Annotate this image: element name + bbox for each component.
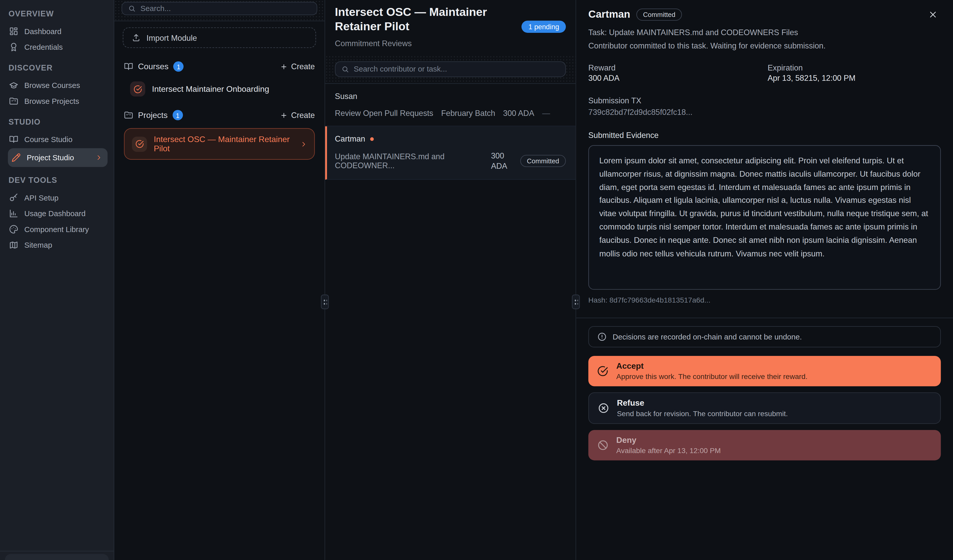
sidebar-item-label: Course Studio bbox=[24, 135, 73, 144]
detail-header: Cartman Committed bbox=[588, 8, 941, 20]
create-course-label: Create bbox=[291, 62, 315, 71]
course-list-item[interactable]: Intersect Maintainer Onboarding bbox=[130, 81, 315, 96]
reward-amount: 300 ADA bbox=[503, 109, 534, 118]
column-resize-handle[interactable] bbox=[321, 295, 329, 309]
review-row-susan[interactable]: Susan Review Open Pull Requests February… bbox=[325, 84, 576, 127]
sidebar-item-label: Project Studio bbox=[27, 153, 74, 162]
search-icon bbox=[341, 66, 349, 73]
course-item-title: Intersect Maintainer Onboarding bbox=[152, 84, 269, 94]
import-module-button[interactable]: Import Module bbox=[123, 28, 316, 48]
warning-text: Decisions are recorded on-chain and cann… bbox=[613, 333, 802, 341]
sidebar: OVERVIEW Dashboard Credentials DISCOVER … bbox=[0, 0, 114, 560]
reward-value: 300 ADA bbox=[588, 74, 762, 83]
submission-tx-value: 739c82bd7f2d9dc85f02fc18... bbox=[588, 107, 941, 117]
sidebar-item-usage-dashboard[interactable]: Usage Dashboard bbox=[8, 206, 107, 221]
pending-count-badge: 1 pending bbox=[522, 21, 566, 33]
bar-chart-icon bbox=[9, 209, 19, 218]
library-column: Import Module Courses 1 Create Intersect… bbox=[114, 0, 325, 560]
accept-title: Accept bbox=[616, 361, 807, 371]
book-open-icon bbox=[9, 135, 19, 144]
sidebar-item-label: Browse Projects bbox=[24, 97, 79, 105]
reviews-column: Intersect OSC — Maintainer Retainer Pilo… bbox=[325, 0, 576, 560]
detail-divider bbox=[576, 318, 953, 318]
folder-icon bbox=[124, 110, 133, 120]
expiration-label: Expiration bbox=[768, 63, 941, 72]
search-icon bbox=[128, 5, 135, 12]
alert-circle-icon bbox=[598, 332, 607, 342]
projects-label: Projects bbox=[138, 110, 168, 120]
grip-dots-icon bbox=[323, 298, 327, 306]
reviews-search-box bbox=[335, 61, 566, 77]
sidebar-heading-studio: STUDIO bbox=[8, 117, 107, 127]
upload-icon bbox=[132, 33, 140, 42]
sidebar-item-project-studio[interactable]: Project Studio bbox=[8, 148, 107, 167]
sidebar-item-browse-projects[interactable]: Browse Projects bbox=[8, 94, 107, 109]
create-project-button[interactable]: Create bbox=[280, 110, 315, 120]
sidebar-item-label: Sitemap bbox=[24, 241, 52, 249]
plus-icon bbox=[280, 63, 287, 70]
circle-x-icon bbox=[598, 402, 609, 414]
sidebar-item-sitemap[interactable]: Sitemap bbox=[8, 237, 107, 252]
library-body: Import Module Courses 1 Create Intersect… bbox=[114, 21, 324, 166]
detail-fields: Reward 300 ADA Expiration Apr 13, 58215,… bbox=[588, 63, 941, 82]
circle-check-icon bbox=[132, 136, 147, 152]
project-list-item-selected[interactable]: Intersect OSC — Maintainer Retainer Pilo… bbox=[124, 128, 315, 160]
reviews-search-input[interactable] bbox=[354, 65, 559, 73]
accept-subtitle: Approve this work. The contributor will … bbox=[616, 372, 807, 381]
app-window: OVERVIEW Dashboard Credentials DISCOVER … bbox=[0, 0, 953, 560]
contributor-name: Susan bbox=[335, 92, 566, 101]
task-name: Update MAINTAINERS.md and CODEOWNER... bbox=[335, 152, 484, 170]
sidebar-item-label: Credentials bbox=[24, 43, 63, 51]
library-search-input[interactable] bbox=[140, 5, 310, 13]
evidence-textarea[interactable]: Lorem ipsum dolor sit amet, consectetur … bbox=[588, 145, 941, 290]
refuse-button[interactable]: Refuse Send back for revision. The contr… bbox=[588, 392, 941, 424]
onchain-warning: Decisions are recorded on-chain and cann… bbox=[588, 326, 941, 347]
reward-label: Reward bbox=[588, 63, 762, 72]
pencil-icon bbox=[12, 153, 21, 162]
sidebar-heading-discover: DISCOVER bbox=[8, 63, 107, 72]
deny-button[interactable]: Deny Available after Apr 13, 12:00 PM bbox=[588, 430, 941, 460]
unread-dot-icon bbox=[370, 137, 374, 141]
project-title: Intersect OSC — Maintainer Retainer Pilo… bbox=[335, 5, 522, 34]
sidebar-footer-card[interactable] bbox=[5, 554, 109, 560]
create-course-button[interactable]: Create bbox=[280, 62, 315, 71]
sidebar-item-credentials[interactable]: Credentials bbox=[8, 39, 107, 55]
key-icon bbox=[9, 193, 19, 202]
status-badge: Committed bbox=[520, 155, 566, 167]
status-badge: Committed bbox=[636, 8, 682, 20]
evidence-hash: Hash: 8d7fc79663de4b1813517a6d... bbox=[588, 296, 941, 304]
close-icon[interactable] bbox=[929, 8, 941, 20]
grip-dots-icon bbox=[574, 298, 578, 306]
map-icon bbox=[9, 240, 19, 250]
graduation-cap-icon bbox=[9, 81, 19, 90]
courses-header: Courses 1 Create bbox=[124, 61, 315, 71]
review-row-cartman[interactable]: Cartman Update MAINTAINERS.md and CODEOW… bbox=[325, 127, 576, 180]
sidebar-nav: OVERVIEW Dashboard Credentials DISCOVER … bbox=[0, 0, 114, 551]
accept-button[interactable]: Accept Approve this work. The contributo… bbox=[588, 356, 941, 386]
create-project-label: Create bbox=[291, 110, 315, 120]
courses-label: Courses bbox=[138, 62, 169, 71]
circle-check-icon bbox=[598, 366, 608, 377]
sidebar-item-dashboard[interactable]: Dashboard bbox=[8, 23, 107, 39]
refuse-subtitle: Send back for revision. The contributor … bbox=[617, 409, 788, 418]
library-search-bar bbox=[114, 0, 324, 21]
sidebar-item-label: Browse Courses bbox=[24, 81, 80, 90]
deny-title: Deny bbox=[616, 435, 721, 445]
chevron-right-icon bbox=[300, 141, 307, 147]
task-line: Task: Update MAINTAINERS.md and CODEOWNE… bbox=[588, 28, 941, 37]
sidebar-item-component-library[interactable]: Component Library bbox=[8, 222, 107, 237]
circle-check-icon bbox=[130, 81, 145, 96]
contributor-name-title: Cartman bbox=[588, 8, 630, 20]
sidebar-item-browse-courses[interactable]: Browse Courses bbox=[8, 78, 107, 93]
plus-icon bbox=[280, 111, 287, 119]
sidebar-item-label: Component Library bbox=[24, 225, 89, 234]
projects-header: Projects 1 Create bbox=[124, 110, 315, 120]
folder-icon bbox=[9, 97, 19, 106]
sidebar-footer bbox=[0, 551, 114, 560]
project-item-title: Intersect OSC — Maintainer Retainer Pilo… bbox=[154, 135, 293, 153]
column-resize-handle[interactable] bbox=[572, 295, 580, 309]
sidebar-item-course-studio[interactable]: Course Studio bbox=[8, 132, 107, 147]
refuse-title: Refuse bbox=[617, 398, 788, 408]
sidebar-item-api-setup[interactable]: API Setup bbox=[8, 190, 107, 205]
reviews-search-bar bbox=[325, 56, 576, 84]
